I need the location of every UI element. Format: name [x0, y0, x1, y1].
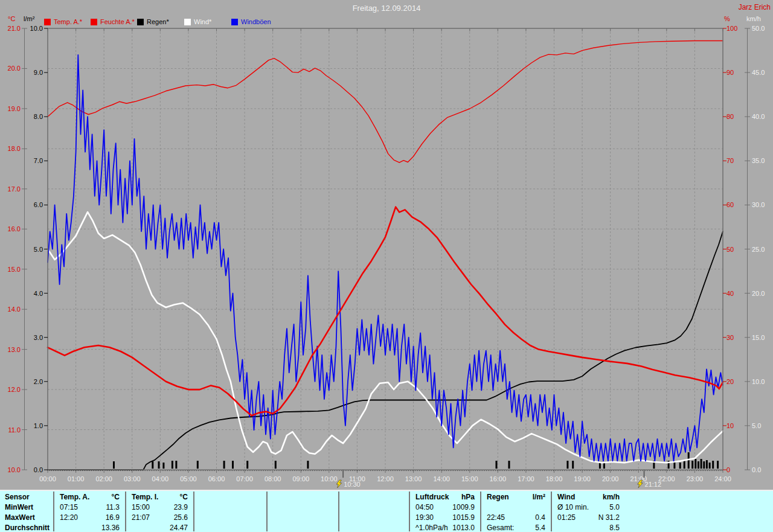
axis-tick-label: 07:00 [236, 475, 253, 482]
axis-tick-label: 16.0 [8, 225, 21, 232]
legend-item-regen: Regen* [137, 18, 169, 25]
axis-tick-label: 5.0 [752, 422, 761, 429]
table-cell: 24.47 [170, 523, 188, 532]
axis-tick-label: 20.0 [8, 65, 21, 72]
axis-tick-label: 20 [726, 378, 734, 385]
rain-event-bar [691, 461, 693, 469]
axis-tick-label: 17.0 [8, 185, 21, 193]
rain-event-bar [508, 461, 510, 469]
rain-event-bar [246, 461, 248, 469]
table-cell: Ø 10 min. [557, 502, 589, 513]
rain-event-bar [717, 461, 719, 469]
table-row-label: Sensor [5, 492, 30, 502]
marker-time-label: 21:12 [645, 481, 662, 488]
axis-tick-label: 04:00 [152, 475, 169, 482]
axis-tick-label: 20.0 [752, 290, 765, 297]
rain-event-bar [232, 461, 234, 469]
marker-time-label: 10:30 [344, 481, 361, 488]
axis-tick-label: 70 [726, 157, 734, 164]
axis-tick-label: 15.0 [8, 266, 21, 273]
table-cell: Gesamt: [487, 523, 514, 532]
table-cell: 8.5 [609, 523, 620, 532]
axis-tick-label: 10.0 [8, 466, 21, 473]
table-cell: 12:20 [60, 513, 78, 523]
table-row: 22:450.4 [481, 513, 550, 523]
axis-tick-label: 35.0 [752, 157, 765, 164]
axis-tick-label: 16:00 [490, 475, 507, 482]
axis-tick-label: 5.0 [34, 246, 43, 253]
rain-event-bar [572, 461, 574, 469]
axis-tick-label: 40.0 [752, 113, 765, 120]
rain-event-bar [496, 461, 498, 469]
wind-swatch-icon [184, 19, 191, 25]
table-row: Temp. I.°C [126, 492, 192, 502]
regen-swatch-icon [137, 19, 144, 25]
table-row-label: MaxWert [5, 513, 35, 523]
rain-event-bar [698, 461, 699, 469]
rain-event-bar [688, 452, 690, 469]
rain-event-bar [152, 461, 153, 469]
axis-tick-label: 10.0 [752, 378, 765, 385]
axis-tick-label: 14.0 [8, 306, 21, 313]
table-cell: 07:15 [60, 502, 78, 513]
table-cell: 0.4 [535, 513, 545, 523]
rain-event-bar [175, 461, 177, 469]
legend-label: Wind* [194, 18, 211, 25]
axis-tick-label: 10:00 [321, 475, 338, 482]
table-row: 24.47 [126, 523, 192, 532]
table-cell: °C [112, 492, 120, 502]
axis-tick-label: 13.0 [8, 346, 21, 353]
table-cell: 25.6 [174, 513, 188, 523]
axis-tick-label: 0.0 [752, 466, 761, 473]
axis-tick-label: 0 [726, 466, 730, 473]
legend-item-wind: Wind* [184, 18, 211, 25]
axis-tick-label: 01:00 [68, 475, 85, 482]
axis-tick-label: 2.0 [34, 378, 43, 385]
rain-event-bar [684, 461, 685, 469]
table-column-separator [338, 492, 339, 531]
table-cell: 11.3 [106, 502, 120, 513]
rain-event-bar [566, 461, 568, 469]
table-cell: l/m² [533, 492, 545, 502]
grid [48, 28, 723, 470]
axis-tick-label: 11.0 [8, 426, 21, 434]
feuchte-a-swatch-icon [91, 19, 97, 25]
axis-tick-label: 25.0 [752, 246, 765, 253]
rain-event-bar [694, 459, 696, 469]
axis-tick-label: 19.0 [8, 105, 21, 112]
table-row: 01:25N 31.2 [552, 513, 624, 523]
windboeen-swatch-icon [231, 19, 238, 25]
axis-tick-label: 8.0 [34, 113, 43, 120]
table-column-separator [193, 492, 194, 531]
table-row: LuftdruckhPa [410, 492, 479, 502]
axis-tick-label: 05:00 [180, 475, 197, 482]
rain-event-bar [603, 463, 605, 469]
axis-tick-label: 1.0 [34, 422, 43, 429]
table-cell: °C [180, 492, 188, 502]
axis-tick-label: 12.0 [8, 386, 21, 393]
rain-event-bar [197, 461, 199, 469]
rain-event-bar [703, 461, 705, 469]
legend: Temp. A.*Feuchte A.*Regen*Wind*Windböen [0, 18, 773, 27]
axis-tick-label: 17:00 [518, 475, 534, 482]
table-row: Regenl/m² [481, 492, 550, 502]
table-cell: 5.0 [609, 502, 620, 513]
table-cell: Luftdruck [415, 492, 449, 502]
rain-event-bar [712, 461, 714, 469]
axis-tick-label: 50 [726, 246, 734, 253]
axis-tick-label: 45.0 [752, 69, 765, 76]
axis-tick-label: 60 [726, 201, 734, 208]
table-cell: Regen [487, 492, 509, 502]
axis-tick-label: 18:00 [546, 475, 563, 482]
table-row: Gesamt:5.4 [481, 523, 550, 532]
axis-tick-label: 24:00 [714, 475, 731, 482]
table-cell: 23.9 [174, 502, 188, 513]
table-cell: 13.36 [101, 523, 120, 532]
table-cell: ^1.0hPa/h [415, 523, 448, 532]
stats-table: SensorMinWertMaxWertDurchschnittTemp. A.… [0, 490, 773, 532]
axis-tick-label: 80 [726, 113, 734, 120]
rain-event-bar [599, 463, 601, 469]
axis-tick-label: 90 [726, 69, 734, 76]
table-row: 12:2016.9 [54, 513, 124, 523]
table-cell: 1015.9 [452, 513, 475, 523]
